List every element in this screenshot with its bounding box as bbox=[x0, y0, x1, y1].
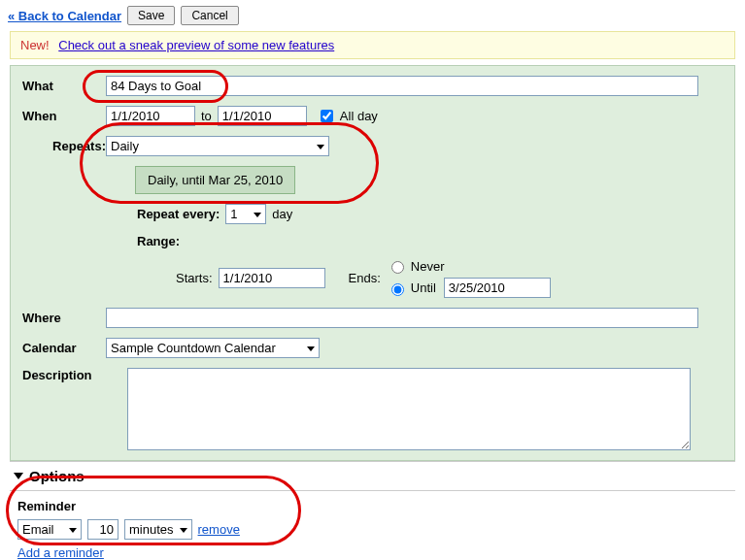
description-label: Description bbox=[22, 368, 127, 382]
repeat-every-select[interactable]: 1 bbox=[225, 204, 266, 224]
reminder-method-select[interactable]: Email bbox=[17, 519, 82, 540]
starts-date-input[interactable] bbox=[219, 268, 325, 288]
reminder-label: Reminder bbox=[17, 499, 735, 513]
repeat-summary: Daily, until Mar 25, 2010 bbox=[135, 166, 295, 194]
ends-never-option[interactable]: Never bbox=[387, 258, 551, 274]
repeat-every-label: Repeat every: bbox=[137, 207, 220, 221]
description-textarea[interactable] bbox=[127, 368, 691, 450]
repeat-every-unit: day bbox=[272, 207, 292, 221]
where-label: Where bbox=[22, 311, 106, 325]
repeats-label: Repeats: bbox=[42, 139, 106, 153]
ends-until-option[interactable]: Until bbox=[387, 278, 551, 298]
what-input[interactable] bbox=[106, 76, 698, 96]
ends-never-radio[interactable] bbox=[391, 261, 404, 274]
add-reminder-link[interactable]: Add a reminder bbox=[17, 545, 745, 560]
range-label: Range: bbox=[137, 234, 180, 248]
ends-label: Ends: bbox=[349, 271, 381, 285]
save-button[interactable]: Save bbox=[127, 6, 175, 25]
cancel-button[interactable]: Cancel bbox=[181, 6, 238, 25]
ends-until-date-input[interactable] bbox=[444, 278, 551, 298]
collapse-icon bbox=[14, 473, 23, 479]
new-features-notice: New! Check out a sneak preview of some n… bbox=[10, 31, 735, 59]
ends-until-radio[interactable] bbox=[391, 283, 404, 296]
where-input[interactable] bbox=[106, 308, 698, 328]
reminder-unit-select[interactable]: minutes bbox=[124, 519, 192, 540]
preview-features-link[interactable]: Check out a sneak preview of some new fe… bbox=[58, 38, 334, 52]
all-day-label: All day bbox=[340, 109, 378, 123]
repeats-select[interactable]: Daily bbox=[106, 136, 329, 156]
all-day-checkbox[interactable] bbox=[321, 110, 333, 122]
calendar-label: Calendar bbox=[22, 341, 106, 355]
new-badge: New! bbox=[20, 38, 50, 52]
back-to-calendar-link[interactable]: « Back to Calendar bbox=[8, 9, 121, 23]
starts-label: Starts: bbox=[176, 271, 213, 285]
when-label: When bbox=[22, 109, 106, 123]
what-label: What bbox=[22, 79, 106, 93]
options-section-toggle[interactable]: Options bbox=[10, 461, 735, 491]
reminder-remove-link[interactable]: remove bbox=[198, 522, 240, 537]
start-date-input[interactable] bbox=[106, 106, 195, 126]
reminder-amount-input[interactable] bbox=[87, 519, 119, 540]
calendar-select[interactable]: Sample Countdown Calendar bbox=[106, 338, 320, 358]
event-form-panel: What When to All day Repeats: Daily Dail… bbox=[10, 65, 735, 461]
when-to-label: to bbox=[201, 109, 212, 123]
end-date-input[interactable] bbox=[218, 106, 307, 126]
